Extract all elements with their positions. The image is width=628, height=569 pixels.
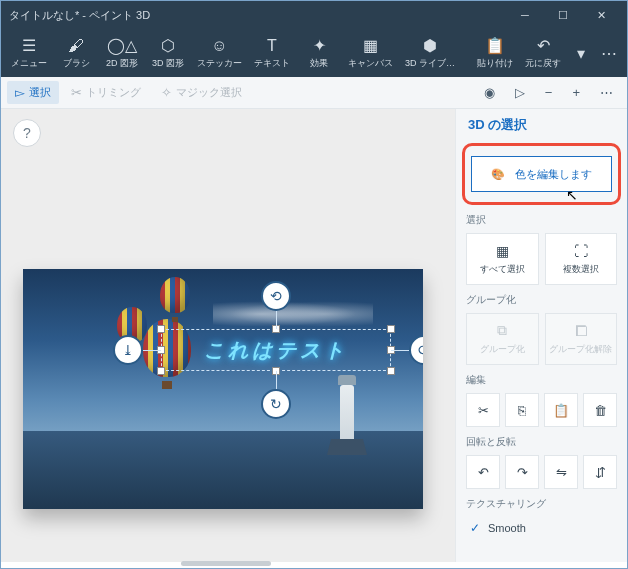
resize-handle[interactable] — [157, 325, 165, 333]
group-icon: ⧉ — [497, 322, 507, 339]
ribbon-text[interactable]: Tテキスト — [248, 31, 296, 75]
ribbon: ☰メニュー 🖌ブラシ ◯△2D 図形 ⬡3D 図形 ☺ステッカー Tテキスト ✦… — [1, 29, 627, 77]
resize-handle[interactable] — [387, 325, 395, 333]
lighthouse — [327, 375, 367, 455]
smooth-checkbox[interactable]: ✓ Smooth — [466, 517, 617, 539]
close-button[interactable]: ✕ — [583, 1, 619, 29]
rotate-ccw-icon: ↶ — [478, 465, 489, 480]
flip-vertical-button[interactable]: ⇵ — [583, 455, 617, 489]
ungroup-icon: ⧠ — [574, 323, 588, 339]
paste-button[interactable]: 📋 — [544, 393, 578, 427]
view-3d-icon: ◉ — [484, 85, 495, 100]
titlebar: タイトルなし* - ペイント 3D ─ ☐ ✕ — [1, 1, 627, 29]
canvas-icon: ▦ — [363, 37, 378, 55]
copy-button[interactable]: ⎘ — [505, 393, 539, 427]
ribbon-3d-shapes[interactable]: ⬡3D 図形 — [145, 31, 191, 75]
magic-icon: ✧ — [161, 85, 172, 100]
section-select-label: 選択 — [466, 213, 617, 227]
tool-magic-select[interactable]: ✧マジック選択 — [153, 81, 250, 104]
trash-icon: 🗑 — [594, 403, 607, 418]
rotate-z-handle[interactable]: ↻ — [261, 389, 291, 419]
ribbon-undo[interactable]: ↶元に戻す — [519, 31, 567, 75]
edit-color-button[interactable]: 🎨 色を編集します — [471, 156, 612, 192]
pointer-icon: ▻ — [15, 85, 25, 100]
shapes-3d-icon: ⬡ — [161, 37, 175, 55]
flip-h-icon: ⇋ — [556, 465, 567, 480]
depth-handle[interactable]: ⤓ — [113, 335, 143, 365]
library-icon: ⬢ — [423, 37, 437, 55]
flip-horizontal-button[interactable]: ⇋ — [544, 455, 578, 489]
select-all-icon: ▦ — [496, 243, 509, 259]
horizontal-scrollbar[interactable] — [181, 561, 271, 566]
ungroup-button: ⧠グループ化解除 — [545, 313, 618, 365]
sticker-icon: ☺ — [211, 37, 227, 55]
ribbon-brush[interactable]: 🖌ブラシ — [53, 31, 99, 75]
ribbon-sticker[interactable]: ☺ステッカー — [191, 31, 248, 75]
tool-select[interactable]: ▻選択 — [7, 81, 59, 104]
paste-icon: 📋 — [485, 37, 505, 55]
ribbon-overflow[interactable]: ⋯ — [595, 31, 623, 75]
tool-play[interactable]: ▷ — [507, 81, 533, 104]
ribbon-paste[interactable]: 📋貼り付け — [471, 31, 519, 75]
delete-button[interactable]: 🗑 — [583, 393, 617, 427]
tool-zoom-in[interactable]: + — [564, 81, 588, 104]
ribbon-3d-library[interactable]: ⬢3D ライブ… — [399, 31, 461, 75]
undo-icon: ↶ — [537, 37, 550, 55]
clouds — [213, 299, 373, 329]
window-title: タイトルなし* - ペイント 3D — [9, 8, 150, 23]
chevron-down-icon: ▾ — [577, 44, 585, 62]
selection-box[interactable]: これはテスト ⟲ ↻ ⤓ ⟳ — [161, 329, 391, 371]
minus-icon: − — [545, 85, 553, 100]
canvas-image[interactable]: これはテスト ⟲ ↻ ⤓ ⟳ — [23, 269, 423, 509]
group-button: ⧉グループ化 — [466, 313, 539, 365]
rotate-y-handle[interactable]: ⟳ — [409, 335, 423, 365]
rotate-ccw-button[interactable]: ↶ — [466, 455, 500, 489]
copy-icon: ⎘ — [518, 403, 526, 418]
ribbon-2d-shapes[interactable]: ◯△2D 図形 — [99, 31, 145, 75]
secondary-toolbar: ▻選択 ✂トリミング ✧マジック選択 ◉ ▷ − + ⋯ — [1, 77, 627, 109]
canvas-area[interactable]: ? これはテスト ⟲ ↻ ⤓ — [1, 109, 455, 562]
effects-icon: ✦ — [313, 37, 326, 55]
crop-icon: ✂ — [71, 85, 82, 100]
play-icon: ▷ — [515, 85, 525, 100]
cut-button[interactable]: ✂ — [466, 393, 500, 427]
resize-handle[interactable] — [387, 367, 395, 375]
ellipsis-icon: ⋯ — [600, 85, 613, 100]
help-button[interactable]: ? — [13, 119, 41, 147]
select-all-button[interactable]: ▦すべて選択 — [466, 233, 539, 285]
menu-icon: ☰ — [22, 37, 36, 55]
section-edit-label: 編集 — [466, 373, 617, 387]
ribbon-menu[interactable]: ☰メニュー — [5, 31, 53, 75]
maximize-button[interactable]: ☐ — [545, 1, 581, 29]
multi-select-button[interactable]: ⛶複数選択 — [545, 233, 618, 285]
balloon — [160, 277, 190, 322]
rotate-cw-icon: ↷ — [517, 465, 528, 480]
section-rotate-label: 回転と反転 — [466, 435, 617, 449]
resize-handle[interactable] — [157, 367, 165, 375]
tool-crop[interactable]: ✂トリミング — [63, 81, 149, 104]
minimize-button[interactable]: ─ — [507, 1, 543, 29]
edit-color-highlight: 🎨 色を編集します ↖ — [462, 143, 621, 205]
shapes-2d-icon: ◯△ — [107, 37, 137, 55]
tool-view-3d[interactable]: ◉ — [476, 81, 503, 104]
rotate-x-handle[interactable]: ⟲ — [261, 281, 291, 311]
more-icon: ⋯ — [601, 44, 617, 62]
flip-v-icon: ⇵ — [595, 465, 606, 480]
tool-zoom-out[interactable]: − — [537, 81, 561, 104]
section-group-label: グループ化 — [466, 293, 617, 307]
cursor-icon: ↖ — [566, 187, 578, 203]
ribbon-more[interactable]: ▾ — [567, 31, 595, 75]
side-panel: 3D の選択 🎨 色を編集します ↖ 選択 ▦すべて選択 ⛶複数選択 グループ化… — [455, 109, 627, 562]
ribbon-effects[interactable]: ✦効果 — [296, 31, 342, 75]
selection-text[interactable]: これはテスト — [161, 329, 391, 371]
ribbon-canvas[interactable]: ▦キャンバス — [342, 31, 399, 75]
cut-icon: ✂ — [478, 403, 489, 418]
palette-icon: 🎨 — [491, 168, 505, 181]
section-texture-label: テクスチャリング — [466, 497, 617, 511]
multi-select-icon: ⛶ — [574, 243, 588, 259]
paste-icon: 📋 — [553, 403, 569, 418]
tool-more[interactable]: ⋯ — [592, 81, 621, 104]
plus-icon: + — [572, 85, 580, 100]
rotate-cw-button[interactable]: ↷ — [505, 455, 539, 489]
check-icon: ✓ — [468, 521, 482, 535]
